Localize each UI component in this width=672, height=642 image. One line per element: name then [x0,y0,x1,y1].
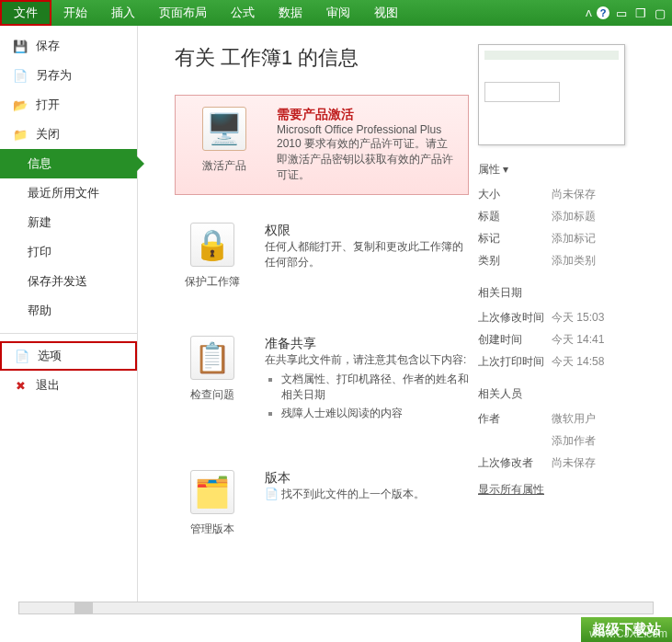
prop-label: 标记 [478,231,552,246]
checklist-icon: 📋 [190,336,234,380]
prop-label [478,433,552,449]
sidebar-print[interactable]: 打印 [0,237,137,267]
people-header: 相关人员 [478,386,634,402]
activate-body: 需要产品激活 Microsoft Office Professional Plu… [262,107,457,183]
sidebar-exit[interactable]: ✖退出 [0,371,137,400]
protect-title: 权限 [265,223,469,239]
sidebar-save[interactable]: 💾保存 [0,31,137,61]
tab-insert[interactable]: 插入 [99,0,147,26]
prop-value[interactable]: 添加标题 [552,209,596,224]
inspect-item: 文档属性、打印机路径、作者的姓名和相关日期 [281,372,469,403]
sidebar-close[interactable]: 📁关闭 [0,120,137,149]
versions-body: 版本 📄 找不到此文件的上一个版本。 [250,470,469,537]
sidebar-label: 另存为 [36,67,72,84]
window-close-icon[interactable]: ▢ [653,6,667,20]
add-author[interactable]: 添加作者 [552,433,596,449]
lock-icon: 🔒 [190,223,234,267]
sidebar-label: 打印 [28,244,51,260]
inspect-button[interactable]: 📋 检查问题 [175,336,250,424]
sidebar-divider [0,333,137,334]
prop-value: 尚未保存 [552,187,596,202]
window-restore-icon[interactable]: ❐ [633,6,648,20]
sidebar-label: 选项 [38,348,62,364]
properties-dropdown[interactable]: 属性 ▾ [478,162,634,178]
sidebar-help[interactable]: 帮助 [0,296,137,326]
prop-row: 大小尚未保存 [478,187,634,202]
protect-body: 权限 任何人都能打开、复制和更改此工作簿的任何部分。 [250,223,469,290]
button-label: 管理版本 [190,522,234,535]
tab-formula[interactable]: 公式 [219,0,267,26]
prop-row: 标题添加标题 [478,209,634,224]
open-icon: 📂 [13,97,28,112]
sidebar-saveas[interactable]: 📄另存为 [0,61,137,90]
window-minimize-icon[interactable]: ▭ [614,6,629,20]
minimize-ribbon-icon[interactable]: ᐱ [586,8,592,18]
backstage-view: 💾保存 📄另存为 📂打开 📁关闭 信息 最近所用文件 新建 打印 保存并发送 帮… [0,26,672,610]
sidebar-label: 最近所用文件 [28,185,99,201]
protect-button[interactable]: 🔒 保护工作簿 [175,223,250,290]
tab-data[interactable]: 数据 [267,0,314,26]
prop-row: 类别添加类别 [478,253,634,269]
prop-row: 上次打印时间今天 14:58 [478,354,634,370]
versions-section: 🗂️ 管理版本 版本 📄 找不到此文件的上一个版本。 [175,470,469,537]
versions-icon: 🗂️ [190,470,234,514]
sidebar-savesend[interactable]: 保存并发送 [0,267,137,296]
tab-view[interactable]: 视图 [362,0,410,26]
prop-label: 作者 [478,411,552,427]
activate-button[interactable]: 🖥️ 激活产品 [187,107,262,183]
tab-review[interactable]: 审阅 [314,0,362,26]
page-title: 有关 工作簿1 的信息 [175,44,469,72]
sidebar-options[interactable]: 📄选项 [0,341,137,371]
sidebar-label: 帮助 [28,303,51,319]
scroll-thumb[interactable] [74,602,93,613]
inspect-item: 残障人士难以阅读的内容 [281,406,469,421]
activate-section: 🖥️ 激活产品 需要产品激活 Microsoft Office Professi… [175,95,469,195]
protect-section: 🔒 保护工作簿 权限 任何人都能打开、复制和更改此工作簿的任何部分。 [175,223,469,290]
saveas-icon: 📄 [13,68,28,83]
prop-row: 添加作者 [478,433,634,449]
ribbon-bar: 文件 开始 插入 页面布局 公式 数据 审阅 视图 ᐱ ? ▭ ❐ ▢ [0,0,672,26]
dates-header: 相关日期 [478,285,634,301]
backstage-sidebar: 💾保存 📄另存为 📂打开 📁关闭 信息 最近所用文件 新建 打印 保存并发送 帮… [0,26,138,610]
document-thumbnail[interactable] [478,44,625,145]
sidebar-open[interactable]: 📂打开 [0,90,137,120]
versions-button[interactable]: 🗂️ 管理版本 [175,470,250,537]
info-right-column: 属性 ▾ 大小尚未保存 标题添加标题 标记添加标记 类别添加类别 相关日期 上次… [469,44,634,610]
options-icon: 📄 [15,349,29,363]
prop-value: 尚未保存 [552,455,596,471]
button-label: 激活产品 [202,159,246,172]
prop-value[interactable]: 添加标记 [552,231,596,246]
prop-label: 标题 [478,209,552,224]
inspect-title: 准备共享 [265,336,469,352]
horizontal-scrollbar[interactable] [18,602,654,614]
prop-row: 上次修改者尚未保存 [478,455,634,471]
prop-label: 大小 [478,187,552,202]
prop-value[interactable]: 添加类别 [552,253,596,269]
button-label: 保护工作簿 [185,275,240,288]
prop-value: 今天 14:58 [552,354,604,370]
activate-title: 需要产品激活 [277,107,457,123]
prop-value: 微软用户 [552,411,596,427]
tab-layout[interactable]: 页面布局 [147,0,219,26]
save-icon: 💾 [13,39,28,53]
prop-row: 创建时间今天 14:41 [478,332,634,348]
prop-row: 作者微软用户 [478,411,634,427]
activate-icon: 🖥️ [202,107,246,151]
backstage-main: 有关 工作簿1 的信息 🖥️ 激活产品 需要产品激活 Microsoft Off… [138,26,672,610]
sidebar-label: 打开 [36,97,60,113]
sidebar-recent[interactable]: 最近所用文件 [0,178,137,208]
prop-label: 上次打印时间 [478,354,552,370]
sidebar-label: 保存 [36,38,60,54]
prop-value: 今天 14:41 [552,332,604,348]
prop-value: 今天 15:03 [552,310,604,326]
watermark-url: www.CJXZ.com [589,627,667,640]
prop-label: 上次修改者 [478,455,552,471]
tab-file[interactable]: 文件 [0,0,51,26]
show-all-properties[interactable]: 显示所有属性 [478,482,634,498]
inspect-intro: 在共享此文件前，请注意其包含以下内容: [265,352,469,368]
sidebar-label: 保存并发送 [28,273,87,290]
tab-home[interactable]: 开始 [51,0,99,26]
sidebar-new[interactable]: 新建 [0,208,137,237]
help-icon[interactable]: ? [597,6,609,19]
sidebar-info[interactable]: 信息 [0,149,137,178]
